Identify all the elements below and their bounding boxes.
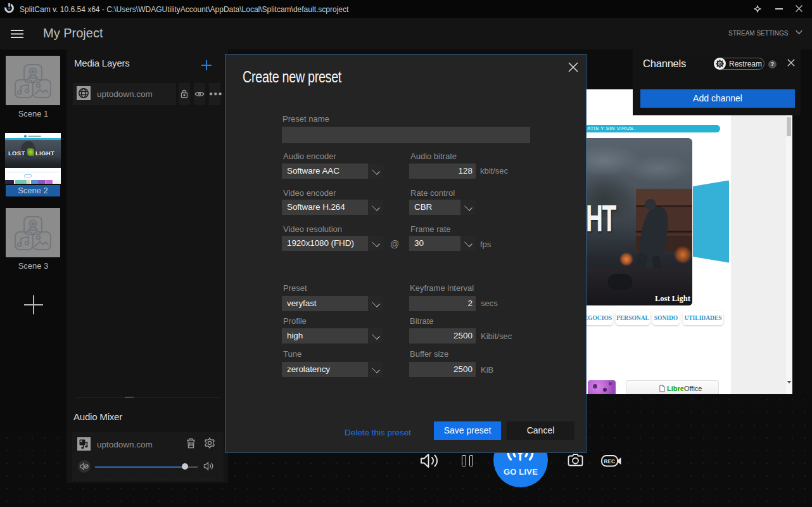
svg-text:REC: REC: [604, 459, 615, 465]
